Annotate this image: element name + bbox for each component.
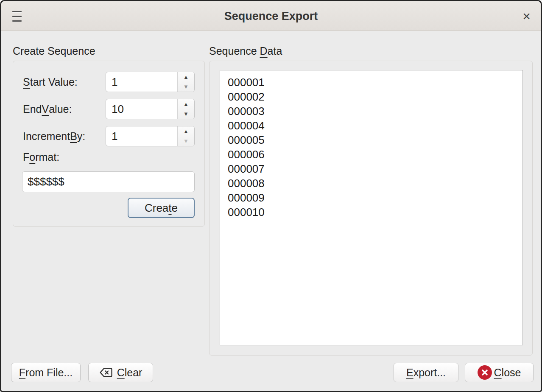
format-input[interactable]: [22, 171, 195, 192]
start-value-label: Start Value:: [23, 72, 78, 92]
sequence-data-groupbox: 000001 000002 000003 000004 000005 00000…: [209, 61, 533, 356]
export-button[interactable]: Export...: [394, 363, 458, 382]
end-value-spinbox: ▲ ▼: [106, 99, 195, 119]
sequence-data-label: Sequence Data: [209, 45, 282, 57]
increment-by-spinbox: ▲ ▼: [106, 126, 195, 146]
sequence-data-list[interactable]: 000001 000002 000003 000004 000005 00000…: [220, 70, 523, 345]
start-value-spinbox: ▲ ▼: [106, 72, 195, 92]
format-label: Format:: [23, 148, 59, 165]
increment-by-input[interactable]: [106, 126, 177, 146]
spin-up-icon[interactable]: ▲: [178, 126, 194, 136]
backspace-icon: [99, 367, 113, 378]
close-button-label: Close: [494, 367, 521, 379]
from-file-button[interactable]: From File...: [11, 363, 81, 382]
spin-down-icon[interactable]: ▼: [178, 82, 194, 92]
end-value-input[interactable]: [106, 99, 177, 119]
close-button[interactable]: Close: [465, 363, 534, 382]
create-button[interactable]: Create: [128, 198, 195, 218]
spin-up-icon[interactable]: ▲: [178, 99, 194, 109]
start-value-input[interactable]: [106, 72, 177, 92]
create-sequence-groupbox: Start Value: ▲ ▼ End Value: ▲ ▼ Incremen…: [13, 61, 205, 227]
increment-by-label: Increment By:: [23, 126, 85, 146]
spin-down-icon[interactable]: ▼: [178, 109, 194, 119]
close-icon[interactable]: ×: [522, 9, 531, 23]
create-button-label: Create: [145, 202, 178, 215]
export-button-label: Export...: [406, 367, 446, 379]
from-file-button-label: From File...: [19, 367, 73, 379]
clear-button-label: Clear: [117, 367, 142, 379]
titlebar: Sequence Export ×: [1, 1, 541, 31]
sequence-export-dialog: Sequence Export × Create Sequence Start …: [0, 0, 542, 392]
spin-down-icon[interactable]: ▼: [178, 136, 194, 146]
close-circle-icon: [478, 365, 492, 380]
create-sequence-label: Create Sequence: [13, 45, 95, 57]
window-title: Sequence Export: [1, 1, 541, 31]
spin-up-icon[interactable]: ▲: [178, 72, 194, 82]
clear-button[interactable]: Clear: [88, 363, 153, 382]
end-value-label: End Value:: [23, 99, 72, 119]
